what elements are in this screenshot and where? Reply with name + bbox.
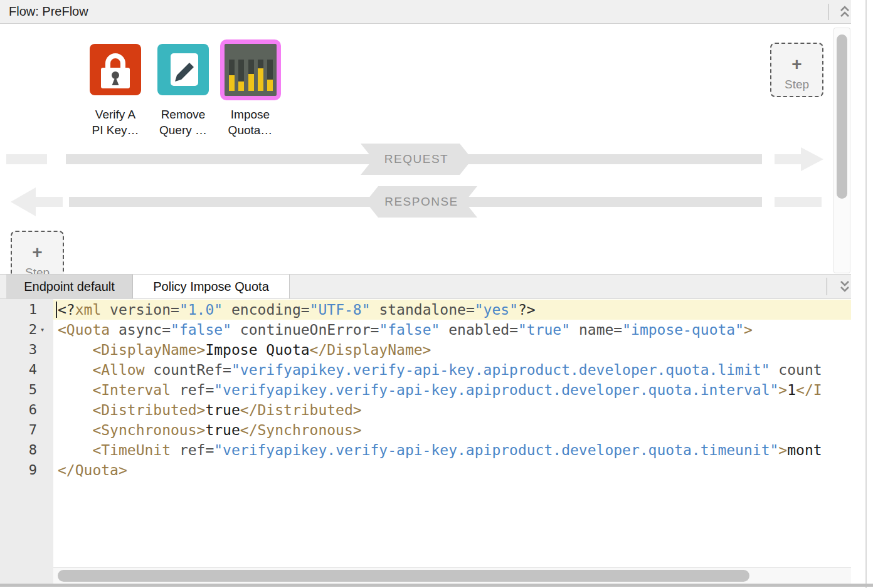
code-line-7[interactable]: 7 <Synchronous>true</Synchronous> xyxy=(0,420,851,440)
response-arrowhead-left xyxy=(11,187,36,216)
code-text[interactable]: </Quota> xyxy=(53,460,851,480)
tab-endpoint-default[interactable]: Endpoint default xyxy=(6,275,133,298)
pencil-icon xyxy=(157,87,209,97)
add-step-button-response[interactable]: + Step xyxy=(770,43,823,97)
flow-panel: Flow: PreFlow xyxy=(0,0,851,274)
collapse-flow-button[interactable] xyxy=(834,3,850,21)
text-cursor xyxy=(56,302,57,318)
flow-header: Flow: PreFlow xyxy=(0,0,851,24)
line-number: 4 xyxy=(0,360,53,380)
code-line-4[interactable]: 4 <Allow countRef="verifyapikey.verify-a… xyxy=(0,360,851,380)
apigee-flow-editor: Flow: PreFlow xyxy=(0,0,873,588)
code-line-5[interactable]: 5 <Interval ref="verifyapikey.verify-api… xyxy=(0,380,851,400)
plus-icon: + xyxy=(12,243,63,262)
request-arrowhead-right xyxy=(801,147,823,171)
code-text[interactable]: <Distributed>true</Distributed> xyxy=(53,400,851,420)
line-number: 9 xyxy=(0,460,53,480)
flow-vertical-scrollbar-track[interactable] xyxy=(833,28,850,273)
lock-icon xyxy=(90,87,141,97)
code-text[interactable]: <?xml version="1.0" encoding="UTF-8" sta… xyxy=(53,300,851,320)
code-line-9[interactable]: 9</Quota> xyxy=(0,460,851,480)
collapse-editor-button[interactable] xyxy=(834,277,850,295)
line-number: 3 xyxy=(0,340,53,360)
code-line-6[interactable]: 6 <Distributed>true</Distributed> xyxy=(0,400,851,420)
plus-icon: + xyxy=(771,55,822,74)
code-text[interactable]: <Interval ref="verifyapikey.verify-api-k… xyxy=(53,380,851,400)
code-text[interactable]: <Synchronous>true</Synchronous> xyxy=(53,420,851,440)
request-badge: REQUEST xyxy=(361,144,472,175)
code-line-1[interactable]: 1<?xml version="1.0" encoding="UTF-8" st… xyxy=(0,300,851,320)
policy-verify-api-key[interactable] xyxy=(90,44,141,95)
divider xyxy=(827,278,827,295)
editor-tab-bar: Endpoint default Policy Impose Quota xyxy=(0,274,851,299)
code-line-3[interactable]: 3 <DisplayName>Impose Quota</DisplayName… xyxy=(0,340,851,360)
request-arrow-right-segment xyxy=(775,154,801,164)
chevrons-up-icon xyxy=(838,13,851,22)
request-arrow-left-segment xyxy=(6,154,47,164)
policy-label-remove-query: Remove Query … xyxy=(144,107,222,138)
code-text[interactable]: <DisplayName>Impose Quota</DisplayName> xyxy=(53,340,851,360)
flow-vertical-scrollbar-thumb[interactable] xyxy=(837,34,847,199)
policy-remove-query[interactable] xyxy=(157,44,209,95)
code-text[interactable]: <Allow countRef="verifyapikey.verify-api… xyxy=(53,360,851,380)
response-arrow-right-segment xyxy=(775,197,822,207)
tab-policy-impose-quota[interactable]: Policy Impose Quota xyxy=(133,275,290,298)
code-text[interactable]: <Quota async="false" continueOnError="fa… xyxy=(53,320,851,340)
flow-title: Flow: PreFlow xyxy=(9,4,88,19)
fold-toggle-icon[interactable]: ▾ xyxy=(40,320,53,340)
policy-impose-quota-selected[interactable] xyxy=(220,39,281,100)
code-editor[interactable]: 1<?xml version="1.0" encoding="UTF-8" st… xyxy=(0,299,851,588)
bar-chart-icon xyxy=(225,44,277,96)
editor-horizontal-scrollbar-thumb[interactable] xyxy=(58,570,749,582)
editor-horizontal-scrollbar-track[interactable] xyxy=(53,567,851,584)
window-bottom-edge xyxy=(0,584,873,587)
code-text[interactable]: <TimeUnit ref="verifyapikey.verify-api-k… xyxy=(53,440,851,460)
response-arrow-left-segment xyxy=(36,197,63,207)
policy-label-impose-quota: Impose Quota… xyxy=(211,107,289,138)
code-lines[interactable]: 1<?xml version="1.0" encoding="UTF-8" st… xyxy=(0,300,851,480)
add-step-button-request[interactable]: + Step xyxy=(11,231,64,274)
code-line-8[interactable]: 8 <TimeUnit ref="verifyapikey.verify-api… xyxy=(0,440,851,460)
line-number: 8 xyxy=(0,440,53,460)
line-number: 1 xyxy=(0,300,53,320)
line-number: 6 xyxy=(0,400,53,420)
policy-label-verify-api-key: Verify A PI Key… xyxy=(77,107,154,138)
line-number: 2▾ xyxy=(0,320,53,340)
code-line-2[interactable]: 2▾<Quota async="false" continueOnError="… xyxy=(0,320,851,340)
line-number: 5 xyxy=(0,380,53,400)
chevrons-down-icon xyxy=(838,286,852,296)
line-number: 7 xyxy=(0,420,53,440)
divider xyxy=(828,4,829,20)
window-right-edge xyxy=(865,0,867,588)
response-badge: RESPONSE xyxy=(366,186,477,218)
